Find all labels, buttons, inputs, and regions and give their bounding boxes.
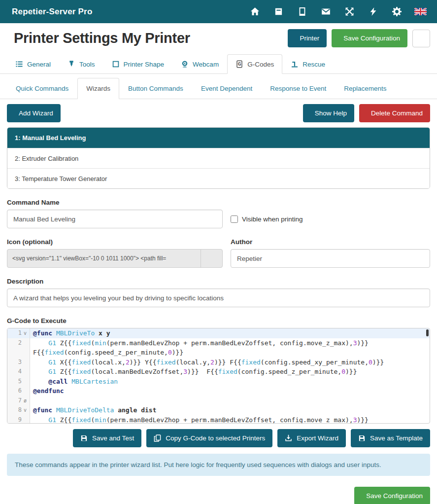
- line-number-gutter: 1v: [7, 328, 30, 338]
- fold-marker-icon: v: [22, 405, 29, 415]
- gcode-icon: G: [235, 60, 243, 68]
- code-line: 7ø: [7, 396, 430, 406]
- floppy-icon: [80, 434, 88, 442]
- icon-edit-button[interactable]: [201, 250, 222, 267]
- line-number-gutter: 7ø: [7, 396, 30, 406]
- code-line: 6@endfunc: [7, 386, 430, 396]
- icon-input-group: <svg version="1.1" viewBox="-10 0 1011 1…: [7, 249, 223, 268]
- tab-tools[interactable]: Tools: [59, 54, 103, 74]
- tab-printer-shape[interactable]: Printer Shape: [103, 54, 173, 74]
- subtab-quick-commands[interactable]: Quick Commands: [7, 78, 77, 99]
- code-line: 3 G1 X{{fixed(local.x,2)}} Y{{fixed(loca…: [7, 358, 430, 367]
- gcode-editor-lines: 1v@func MBLDriveTo x y2 G1 Z{{fixed(min(…: [7, 328, 430, 424]
- editor-actions: Save and Test Copy G-Code to selected Pr…: [7, 429, 430, 447]
- floppy-icon: [358, 434, 366, 442]
- code-text: G1 Z{{fixed(min(perm.manBedLevZhop + per…: [30, 415, 430, 424]
- code-line: 4 G1 Z{{fixed(local.manBedLevZoffset,3)}…: [7, 367, 430, 377]
- icon-svg-value[interactable]: <svg version="1.1" viewBox="-10 0 1011 1…: [7, 250, 201, 267]
- wizard-list-item[interactable]: 1: Manual Bed Leveling: [7, 128, 430, 148]
- fullscreen-icon[interactable]: [339, 3, 359, 20]
- show-help-button[interactable]: Show Help: [303, 104, 354, 122]
- settings-icon[interactable]: [387, 3, 406, 20]
- wizard-list-item[interactable]: 2: Extruder Calibration: [7, 148, 430, 168]
- author-input[interactable]: [231, 249, 430, 268]
- navbar: Repetier-Server Pro: [0, 0, 437, 23]
- line-number-gutter: 3: [7, 358, 30, 367]
- nozzle-icon: [67, 60, 75, 68]
- copy-icon: [154, 434, 161, 442]
- subtab-wizards[interactable]: Wizards: [77, 78, 119, 99]
- tab-webcam[interactable]: Webcam: [172, 54, 227, 74]
- tab-rescue[interactable]: Rescue: [282, 54, 334, 74]
- gcode-editor[interactable]: 1v@func MBLDriveTo x y2 G1 Z{{fixed(min(…: [7, 328, 430, 424]
- code-text: @func MBLDriveTo x y: [30, 328, 430, 338]
- editor-scrollbar-thumb[interactable]: [426, 329, 429, 336]
- square-icon: [112, 60, 120, 68]
- visible-when-printing-label: Visible when printing: [242, 216, 303, 223]
- icon-label: Icon (optional): [7, 238, 223, 246]
- webcam-icon: [181, 60, 189, 68]
- rescue-icon: [291, 60, 299, 68]
- add-wizard-button[interactable]: Add Wizard: [7, 104, 61, 122]
- line-number-gutter: 9: [7, 415, 30, 424]
- tab-general[interactable]: General: [7, 54, 59, 74]
- code-line: 8v@func MBLDriveToDelta angle dist: [7, 405, 430, 415]
- wizard-list: 1: Manual Bed Leveling2: Extruder Calibr…: [7, 127, 430, 189]
- code-line: 2 G1 Z{{fixed(min(perm.manBedLevZhop + p…: [7, 338, 430, 358]
- code-text: G1 X{{fixed(local.x,2)}} Y{{fixed(local.…: [30, 358, 430, 367]
- list-icon: [15, 60, 23, 68]
- author-label: Author: [231, 238, 430, 246]
- download-icon: [285, 434, 292, 442]
- sub-tabs: Quick CommandsWizardsButton CommandsEven…: [0, 78, 437, 99]
- messages-icon[interactable]: [316, 3, 336, 20]
- touchscreen-icon[interactable]: [292, 3, 312, 20]
- code-line: 5 @call MBLCartesian: [7, 377, 430, 387]
- save-configuration-button-bottom[interactable]: Save Configuration: [354, 487, 430, 504]
- code-line: 1v@func MBLDriveTo x y: [7, 328, 430, 338]
- home-icon[interactable]: [245, 3, 265, 20]
- visible-when-printing-checkbox[interactable]: [231, 216, 238, 223]
- copy-g-code-to-selected-printers-button[interactable]: Copy G-Code to selected Printers: [146, 429, 272, 447]
- empty-marker-icon: ø: [22, 396, 29, 406]
- navbar-icons: [245, 3, 430, 20]
- svg-text:G: G: [238, 62, 241, 67]
- subtab-response-to-event[interactable]: Response to Event: [261, 78, 335, 99]
- line-number-gutter: 2: [7, 338, 30, 358]
- gcode-label: G-Code to Execute: [7, 317, 430, 324]
- menu-button[interactable]: [412, 30, 430, 47]
- printer-button[interactable]: Printer: [288, 29, 327, 47]
- main-tabs: GeneralToolsPrinter Shape Webcam GG-Code…: [0, 54, 437, 74]
- wizard-toolbar: Add Wizard Show Help Delete Command: [7, 104, 430, 122]
- page-title: Printer Settings My Printer: [14, 30, 190, 46]
- subtab-replacements[interactable]: Replacements: [335, 78, 395, 99]
- code-text: @call MBLCartesian: [30, 377, 430, 387]
- tab-g-codes[interactable]: GG-Codes: [227, 54, 282, 74]
- export-wizard-button[interactable]: Export Wizard: [277, 429, 346, 447]
- save-configuration-button[interactable]: Save Configuration: [332, 29, 407, 47]
- wizard-list-item[interactable]: 3: Temperature Tower Generator: [7, 168, 430, 188]
- command-name-label: Command Name: [7, 199, 430, 206]
- save-as-template-button[interactable]: Save as Template: [351, 429, 430, 447]
- printer-icon[interactable]: [269, 3, 288, 20]
- language-en-icon[interactable]: [410, 3, 430, 20]
- code-text: [30, 396, 430, 406]
- command-name-input[interactable]: [7, 210, 223, 228]
- line-number-gutter: 6: [7, 386, 30, 396]
- brand-link[interactable]: Repetier-Server Pro: [7, 7, 92, 17]
- line-number-gutter: 5: [7, 377, 30, 387]
- subtab-event-dependent[interactable]: Event Dependent: [192, 78, 261, 99]
- fold-marker-icon: v: [22, 328, 29, 338]
- subtab-button-commands[interactable]: Button Commands: [119, 78, 192, 99]
- line-number-gutter: 4: [7, 367, 30, 377]
- line-number-gutter: 8v: [7, 405, 30, 415]
- power-icon[interactable]: [363, 3, 383, 20]
- info-note: These commands appear in the printer wiz…: [7, 454, 430, 476]
- code-text: @func MBLDriveToDelta angle dist: [30, 405, 430, 415]
- delete-command-button[interactable]: Delete Command: [359, 104, 430, 122]
- code-text: @endfunc: [30, 386, 430, 396]
- description-input[interactable]: [7, 288, 430, 307]
- code-text: G1 Z{{fixed(min(perm.manBedLevZhop + per…: [30, 338, 430, 358]
- description-label: Description: [7, 278, 430, 285]
- code-line: 9 G1 Z{{fixed(min(perm.manBedLevZhop + p…: [7, 415, 430, 424]
- save-and-test-button[interactable]: Save and Test: [73, 429, 141, 447]
